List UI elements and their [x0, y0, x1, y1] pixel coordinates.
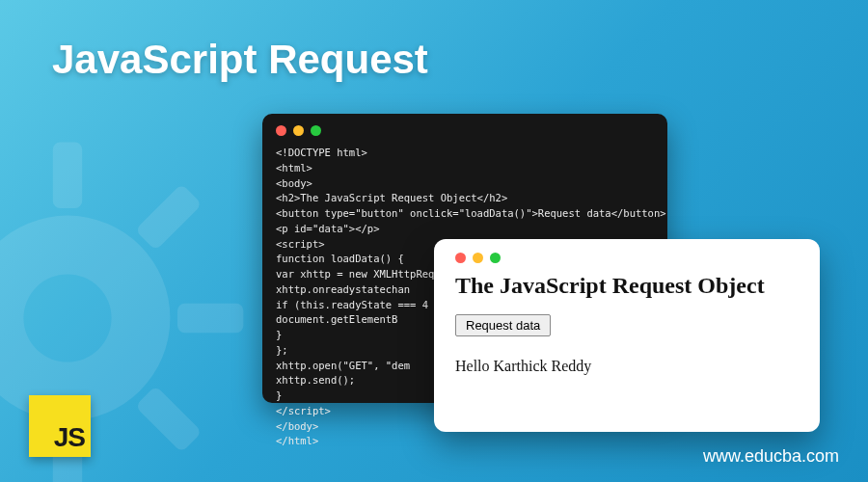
close-icon[interactable] [276, 125, 286, 136]
window-controls [455, 253, 799, 263]
js-logo-label: JS [54, 422, 85, 453]
output-window: The JavaScript Request Object Request da… [434, 239, 820, 432]
svg-rect-1 [53, 143, 82, 208]
page-title: JavaScript Request [52, 37, 428, 83]
window-controls [276, 125, 654, 136]
site-url: www.educba.com [703, 446, 839, 467]
svg-rect-5 [135, 183, 203, 251]
output-result-text: Hello Karthick Reddy [455, 358, 799, 375]
maximize-icon[interactable] [490, 253, 501, 263]
close-icon[interactable] [455, 253, 466, 263]
minimize-icon[interactable] [293, 125, 304, 136]
output-heading: The JavaScript Request Object [455, 273, 799, 299]
svg-rect-4 [177, 304, 243, 333]
request-data-button[interactable]: Request data [455, 314, 551, 336]
svg-point-9 [23, 274, 111, 362]
js-logo-badge: JS [29, 395, 91, 457]
banner-canvas: JavaScript Request <!DOCTYPE html> <html… [0, 0, 868, 482]
maximize-icon[interactable] [311, 125, 321, 136]
svg-rect-8 [135, 386, 203, 453]
minimize-icon[interactable] [473, 253, 483, 263]
